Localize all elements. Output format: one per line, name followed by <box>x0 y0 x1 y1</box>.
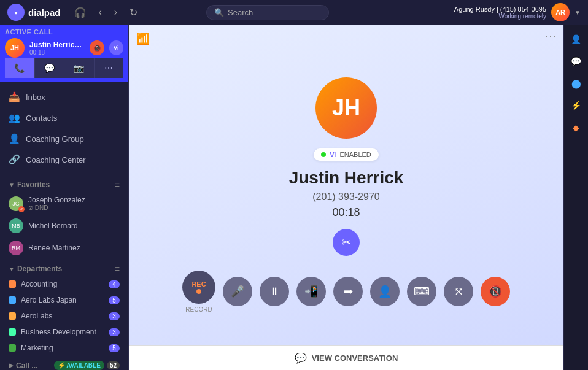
main-layout: Active Call JH Justin Herrick (... 00:18… <box>0 25 588 370</box>
record-button[interactable]: REC <box>182 271 215 304</box>
coach-button[interactable]: 👤 <box>370 277 400 306</box>
right-icon-user[interactable]: 👤 <box>567 29 586 49</box>
vi-dot <box>321 152 326 157</box>
favorites-label: Favorites <box>17 180 115 189</box>
michel-avatar: MB <box>9 218 23 233</box>
right-icon-apps[interactable]: ◆ <box>567 118 586 137</box>
vi-enabled-badge: Vi ENABLED <box>314 148 379 161</box>
call-action-buttons: 📞 💬 📷 ⋯ <box>5 58 123 78</box>
caller-big-avatar: JH <box>315 77 377 139</box>
search-bar[interactable]: 🔍 Search <box>206 5 329 20</box>
active-caller-initials: JH <box>10 44 19 52</box>
more-action-btn[interactable]: ⋯ <box>95 58 124 78</box>
user-name: Agung Rusdy | (415) 854-0695 <box>454 6 546 13</box>
favorites-header[interactable]: ▼ Favorites ≡ <box>0 175 128 192</box>
logo-icon: ● <box>7 4 25 21</box>
aerolabs-japan-dot <box>9 296 16 304</box>
pause-button[interactable]: ⏸ <box>260 277 289 306</box>
departments-header[interactable]: ▼ Departments ≡ <box>0 259 128 276</box>
search-icon: 🔍 <box>214 8 224 17</box>
topbar: ● dialpad 🎧 ‹ › ↻ 🔍 Search Agung Rusdy |… <box>0 0 588 25</box>
joseph-status: ⊘ DND <box>28 204 85 211</box>
end-call-button[interactable]: 📵 <box>481 277 510 306</box>
marketing-dot <box>9 344 16 352</box>
active-call-avatar: JH <box>5 38 25 58</box>
aerolabs-dot <box>9 312 16 320</box>
back-btn[interactable]: ‹ <box>95 4 106 20</box>
mute-button[interactable]: 🎤 <box>223 277 252 306</box>
sidebar-item-contacts[interactable]: 👥 Contacts <box>0 107 128 128</box>
vi-label: Vi <box>330 151 336 158</box>
view-conversation-bar[interactable]: 💬 VIEW CONVERSATION <box>129 345 563 370</box>
favorite-renee[interactable]: RM Renee Martinez <box>0 237 128 259</box>
favorite-joseph[interactable]: JG ⊘ Joseph Gonzalez ⊘ DND <box>0 192 128 215</box>
call-queue-label: Call ... <box>16 361 54 370</box>
aerolabs-count: 3 <box>109 312 120 320</box>
dept-aerolabs[interactable]: AeroLabs 3 <box>0 308 128 324</box>
chat-action-btn[interactable]: 💬 <box>35 58 65 78</box>
aerolabs-japan-name: Aero Labs Japan <box>21 296 104 304</box>
view-conversation-label: VIEW CONVERSATION <box>312 353 398 363</box>
active-call-time: 00:18 <box>29 49 85 56</box>
logo-text: dialpad <box>28 7 61 18</box>
dept-business-dev[interactable]: Business Development 3 <box>0 324 128 340</box>
queue-count: 52 <box>107 361 120 369</box>
call-queue-header[interactable]: ▶ Call ... ⚡ AVAILABLE 52 <box>0 356 128 370</box>
merge-button[interactable]: ⤲ <box>444 277 473 306</box>
marketing-name: Marketing <box>21 344 104 352</box>
vi-enabled-text: ENABLED <box>339 151 371 158</box>
rec-label: REC <box>191 280 206 288</box>
dept-aerolabs-japan[interactable]: Aero Labs Japan 5 <box>0 292 128 308</box>
right-icon-zendesk[interactable]: ⚡ <box>567 96 586 115</box>
aerolabs-japan-count: 5 <box>109 296 120 304</box>
sidebar-item-inbox[interactable]: 📥 Inbox <box>0 87 128 107</box>
active-call-info: Justin Herrick (... 00:18 <box>29 40 85 56</box>
joseph-name: Joseph Gonzalez <box>28 196 85 204</box>
accounting-name: Accounting <box>21 280 104 288</box>
caller-big-phone: (201) 393-2970 <box>312 191 379 202</box>
transfer-button[interactable]: 📲 <box>296 277 326 306</box>
video-action-btn[interactable]: 📷 <box>64 58 95 78</box>
departments-toggle-icon: ▼ <box>9 266 15 272</box>
active-call-banner: Active Call JH Justin Herrick (... 00:18… <box>0 25 128 82</box>
departments-label: Departments <box>17 264 115 273</box>
signal-icon: 📶 <box>136 32 150 45</box>
record-col: REC RECORD <box>182 271 215 313</box>
right-icon-chat[interactable]: 💬 <box>567 52 586 71</box>
user-info: Agung Rusdy | (415) 854-0695 Working rem… <box>454 3 581 21</box>
search-placeholder: Search <box>228 8 253 17</box>
headphone-btn[interactable]: 🎧 <box>71 4 90 21</box>
sidebar-item-coaching-group[interactable]: 👤 Coaching Group <box>0 128 128 149</box>
right-icon-integrations[interactable]: ⬤ <box>567 74 586 93</box>
sidebar-item-coaching-center[interactable]: 🔗 Coaching Center <box>0 149 128 170</box>
coaching-group-label: Coaching Group <box>26 134 84 144</box>
chevron-down-icon[interactable]: ▼ <box>574 9 581 16</box>
logo: ● dialpad <box>7 4 61 21</box>
joseph-info: Joseph Gonzalez ⊘ DND <box>28 196 85 211</box>
nav-items: 📥 Inbox 👥 Contacts 👤 Coaching Group 🔗 Co… <box>0 82 128 175</box>
right-panel: 👤 💬 ⬤ ⚡ ◆ <box>563 25 588 370</box>
forward-btn[interactable]: › <box>110 4 121 20</box>
view-conv-icon: 💬 <box>295 352 307 364</box>
scissors-button[interactable]: ✂ <box>333 229 360 256</box>
refresh-btn[interactable]: ↻ <box>126 4 141 21</box>
record-label: RECORD <box>185 306 212 313</box>
call-area-more[interactable]: ⋯ <box>545 29 556 43</box>
phone-action-btn[interactable]: 📞 <box>5 58 35 78</box>
coaching-center-label: Coaching Center <box>26 155 86 164</box>
favorites-toggle-icon: ▼ <box>9 182 15 188</box>
departments-manage-icon[interactable]: ≡ <box>115 264 120 274</box>
forward-button[interactable]: ➡ <box>333 277 363 306</box>
dept-marketing[interactable]: Marketing 5 <box>0 340 128 356</box>
call-queue-toggle-icon: ▶ <box>9 362 14 369</box>
call-area: 📶 ⋯ JH Vi ENABLED Justin Herrick (201) 3… <box>129 25 563 370</box>
favorites-manage-icon[interactable]: ≡ <box>115 180 120 190</box>
call-controls: REC RECORD 🎤 ⏸ 📲 ➡ 👤 ⌨ ⤲ 📵 <box>182 271 510 313</box>
keypad-button[interactable]: ⌨ <box>407 277 436 306</box>
favorite-michel[interactable]: MB Michel Bernard <box>0 215 128 237</box>
renee-name: Renee Martinez <box>28 244 80 252</box>
dept-accounting[interactable]: Accounting 4 <box>0 276 128 292</box>
call-end-button[interactable]: 📵 <box>90 40 104 55</box>
user-avatar[interactable]: AR <box>551 3 570 21</box>
michel-name: Michel Bernard <box>28 222 78 230</box>
